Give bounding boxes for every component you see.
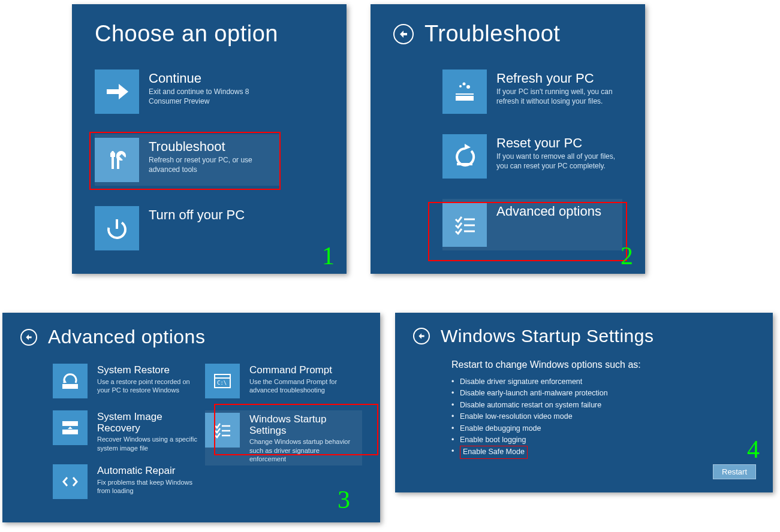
tile-title: Turn off your PC: [149, 207, 245, 222]
panel-startup-settings: Windows Startup Settings Restart to chan…: [395, 313, 773, 492]
refresh-icon: [442, 69, 487, 114]
panel3-header: Advanced options: [20, 326, 362, 348]
tile-continue[interactable]: Continue Exit and continue to Windows 8 …: [95, 69, 324, 114]
panel4-subtitle: Restart to change Windows options such a…: [451, 359, 755, 370]
tile-title: System Restore: [97, 365, 199, 376]
tile-desc: Use the Command Prompt for advanced trou…: [249, 377, 357, 395]
checklist-icon: [442, 202, 487, 247]
tile-desc: Recover Windows using a specific system …: [97, 435, 199, 452]
back-icon[interactable]: [413, 328, 430, 344]
svg-point-9: [459, 85, 462, 87]
tile-advanced-options[interactable]: Advanced options: [442, 199, 622, 250]
svg-marker-6: [400, 31, 407, 38]
tile-desc: Fix problems that keep Windows from load…: [97, 478, 199, 495]
reset-icon: [442, 134, 487, 179]
tile-desc: Change Windows startup behavior such as …: [249, 437, 357, 463]
tile-turn-off[interactable]: Turn off your PC: [95, 206, 324, 250]
disk-stack-icon: [53, 410, 88, 445]
back-icon[interactable]: [20, 329, 37, 346]
back-icon[interactable]: [393, 24, 414, 44]
tools-icon: [95, 138, 139, 182]
highlight-safe-mode: Enable Safe Mode: [460, 446, 528, 458]
step-number-3: 3: [338, 485, 350, 514]
panel4-title: Windows Startup Settings: [441, 326, 654, 346]
tile-automatic-repair[interactable]: Automatic Repair Fix problems that keep …: [53, 464, 199, 499]
panel1-title: Choose an option: [95, 21, 324, 47]
svg-rect-2: [112, 157, 114, 169]
tile-title: Troubleshoot: [149, 139, 277, 154]
tile-title: Windows Startup Settings: [249, 414, 360, 436]
restore-icon: [53, 364, 88, 398]
bullet-item: Enable debugging mode: [451, 423, 755, 434]
terminal-icon: C:\: [205, 364, 240, 398]
panel-choose-option: Choose an option Continue Exit and conti…: [72, 4, 347, 274]
arrow-right-icon: [95, 69, 139, 114]
bullet-item: Disable early-launch anti-malware protec…: [451, 388, 755, 399]
svg-marker-16: [26, 334, 31, 340]
panel2-title: Troubleshoot: [424, 21, 560, 47]
tile-troubleshoot[interactable]: Troubleshoot Refresh or reset your PC, o…: [95, 134, 281, 186]
tile-system-image-recovery[interactable]: System Image Recovery Recover Windows us…: [53, 410, 199, 452]
tile-title: System Image Recovery: [97, 412, 199, 434]
panel-advanced-options: Advanced options System Restore Use a re…: [2, 313, 380, 522]
svg-rect-19: [62, 421, 78, 426]
tile-system-restore[interactable]: System Restore Use a restore point recor…: [53, 364, 199, 398]
tile-title: Advanced options: [496, 204, 601, 219]
tile-refresh-pc[interactable]: Refresh your PC If your PC isn't running…: [442, 69, 622, 114]
repair-icon: [53, 464, 88, 499]
bullet-item: Disable driver signature enforcement: [451, 376, 755, 388]
tile-desc: If your PC isn't running well, you can r…: [496, 87, 622, 106]
tile-desc: If you want to remove all of your files,…: [496, 152, 622, 171]
tile-title: Automatic Repair: [97, 466, 199, 477]
svg-rect-0: [107, 89, 120, 94]
checklist-icon: [205, 413, 240, 448]
bullet-item: Enable boot logging: [451, 434, 755, 446]
step-number-4: 4: [747, 435, 760, 464]
svg-text:C:\: C:\: [217, 380, 227, 386]
step-number-2: 2: [621, 241, 633, 270]
panel2-header: Troubleshoot: [393, 21, 622, 47]
svg-marker-21: [68, 427, 73, 429]
tile-title: Reset your PC: [496, 135, 622, 150]
power-icon: [95, 206, 139, 250]
step-number-1: 1: [322, 241, 335, 270]
svg-rect-17: [62, 384, 78, 389]
svg-rect-7: [456, 96, 474, 101]
panel3-title: Advanced options: [48, 326, 205, 348]
tile-title: Refresh your PC: [496, 71, 622, 86]
panel4-header: Windows Startup Settings: [413, 326, 755, 346]
panel-troubleshoot: Troubleshoot Refresh your PC If your PC …: [371, 4, 645, 274]
svg-marker-1: [119, 84, 128, 99]
tile-desc: Exit and continue to Windows 8 Consumer …: [149, 87, 281, 106]
restart-button[interactable]: Restart: [713, 464, 756, 479]
tile-desc: Refresh or reset your PC, or use advance…: [149, 155, 277, 174]
startup-options-list: Disable driver signature enforcement Dis…: [451, 376, 755, 459]
tile-startup-settings[interactable]: Windows Startup Settings Change Windows …: [205, 410, 362, 466]
svg-rect-8: [456, 93, 474, 95]
svg-marker-28: [418, 333, 424, 338]
tile-reset-pc[interactable]: Reset your PC If you want to remove all …: [442, 134, 622, 179]
svg-point-11: [466, 85, 470, 89]
svg-marker-3: [110, 151, 115, 157]
tile-title: Continue: [149, 71, 281, 86]
tile-command-prompt[interactable]: C:\ Command Prompt Use the Command Promp…: [205, 364, 362, 398]
bullet-item: Enable Safe Mode: [451, 446, 755, 458]
bullet-item: Disable automatic restart on system fail…: [451, 400, 755, 411]
tile-desc: Use a restore point recorded on your PC …: [97, 377, 199, 395]
svg-rect-20: [62, 430, 78, 434]
stage: Choose an option Continue Exit and conti…: [0, 0, 780, 532]
tile-title: Command Prompt: [249, 365, 357, 376]
bullet-item: Enable low-resolution video mode: [451, 411, 755, 422]
svg-point-10: [463, 83, 466, 86]
svg-rect-12: [457, 163, 472, 165]
